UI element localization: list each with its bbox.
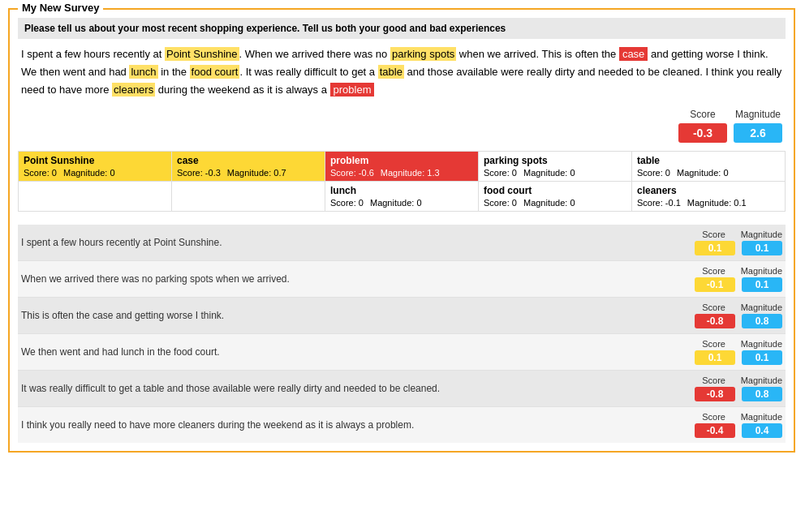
entity-scores: Score: 0 Magnitude: 0 [484,198,626,208]
entity-cell-lunch: lunch Score: 0 Magnitude: 0 [325,182,479,212]
entity-cell-case: case Score: -0.3 Magnitude: 0.7 [172,152,325,182]
score-label: Score [694,230,734,239]
sentence-row: I think you really need to have more cle… [18,407,786,443]
sentence-magnitude: 0.1 [742,350,782,365]
entity-score: Score: 0 [484,168,517,178]
score-label: Score [694,302,734,312]
sentence-score: -0.8 [695,314,735,328]
sentence-score: 0.1 [695,350,735,365]
overall-values: -0.3 2.6 [18,123,786,143]
sentence-magnitude: 0.8 [742,314,782,328]
entity-cell-empty-1 [19,182,172,212]
sentence-text: We then went and had lunch in the food c… [21,346,652,358]
overall-magnitude-label: Magnitude [734,109,782,120]
entity-cell-food-court: food court Score: 0 Magnitude: 0 [479,182,632,212]
overall-score-value: -0.3 [678,123,727,143]
entity-magnitude: Magnitude: 0 [523,168,575,178]
magnitude-label: Magnitude [741,375,782,385]
sentence-score: -0.1 [695,277,735,292]
entity-name: problem [330,155,473,166]
entity-scores: Score: -0.3 Magnitude: 0.7 [177,168,320,178]
sentence-score: -0.4 [695,423,735,438]
entity-score: Score: 0 [484,198,517,208]
sentence-magnitude: 0.1 [742,241,782,255]
entity-cell-parking-spots: parking spots Score: 0 Magnitude: 0 [479,152,632,182]
sentence-row: I spent a few hours recently at Point Su… [18,225,786,261]
entity-magnitude: Magnitude: 0 [677,168,729,178]
score-label: Score [694,412,734,422]
entity-score: Score: -0.1 [637,198,681,208]
score-label: Score [694,375,734,385]
sentence-scores: Score Magnitude -0.8 0.8 [652,375,782,401]
sentence-magnitude: 0.8 [742,387,782,401]
entity-name: parking spots [484,155,626,166]
entity-magnitude: Magnitude: 0 [63,168,115,178]
entity-magnitude: Magnitude: 0.1 [687,198,747,208]
entity-cleaners: cleaners [112,83,155,97]
entity-score: Score: 0 [330,198,364,208]
sentence-row: It was really difficult to get a table a… [18,371,786,407]
entity-grid: Point Sunshine Score: 0 Magnitude: 0 cas… [18,151,786,212]
entity-scores: Score: -0.6 Magnitude: 1.3 [330,168,473,178]
entity-point-sunshine: Point Sunshine [165,47,239,61]
entity-name: cleaners [637,185,780,196]
sentence-magnitude: 0.1 [742,277,782,292]
overall-scores: Score Magnitude [18,109,786,120]
entity-magnitude: Magnitude: 1.3 [381,168,440,178]
sentence-scores: Score Magnitude -0.1 0.1 [652,266,782,292]
sentence-scores: Score Magnitude 0.1 0.1 [652,339,782,365]
magnitude-label: Magnitude [741,339,782,349]
magnitude-label: Magnitude [741,230,782,239]
entity-name: Point Sunshine [24,155,166,166]
survey-question: Please tell us about your most recent sh… [18,18,786,39]
entity-score: Score: 0 [637,168,670,178]
entity-scores: Score: 0 Magnitude: 0 [637,168,780,178]
entity-cell-cleaners: cleaners Score: -0.1 Magnitude: 0.1 [632,182,786,212]
survey-title: My New Survey [18,2,103,14]
entity-name: food court [484,185,626,196]
sentence-row: We then went and had lunch in the food c… [18,334,786,371]
sentence-magnitude: 0.4 [742,423,782,438]
entity-scores: Score: -0.1 Magnitude: 0.1 [637,198,780,208]
entity-score: Score: 0 [24,168,57,178]
sentence-score: -0.8 [695,387,735,401]
sentence-scores: Score Magnitude 0.1 0.1 [652,230,782,255]
entity-name: table [637,155,780,166]
entity-case: case [619,47,648,61]
sentence-score: 0.1 [695,241,735,255]
entity-food-court: food court [190,65,240,79]
sentence-text: When we arrived there was no parking spo… [21,273,652,285]
entity-lunch: lunch [129,65,157,79]
score-label: Score [694,339,734,349]
magnitude-label: Magnitude [741,412,782,422]
entity-score: Score: -0.3 [177,168,221,178]
sentence-text: I spent a few hours recently at Point Su… [21,237,652,248]
entity-problem: problem [330,83,375,97]
entity-scores: Score: 0 Magnitude: 0 [330,198,473,208]
overall-score-label: Score [678,109,727,120]
entity-scores: Score: 0 Magnitude: 0 [484,168,626,178]
entity-name: case [177,155,320,166]
sentence-scores: Score Magnitude -0.8 0.8 [652,302,782,328]
entity-magnitude: Magnitude: 0.7 [227,168,286,178]
survey-container: My New Survey Please tell us about your … [8,8,795,453]
sentence-text: It was really difficult to get a table a… [21,383,652,394]
entity-name: lunch [330,185,473,196]
review-text: I spent a few hours recently at Point Su… [18,45,786,99]
sentence-row: When we arrived there was no parking spo… [18,261,786,298]
entity-magnitude: Magnitude: 0 [370,198,422,208]
entity-cell-empty-2 [172,182,325,212]
sentence-row: This is often the case and getting worse… [18,298,786,334]
entity-cell-problem: problem Score: -0.6 Magnitude: 1.3 [325,152,479,182]
sentence-scores: Score Magnitude -0.4 0.4 [652,412,782,438]
sentence-text: I think you really need to have more cle… [21,419,652,431]
entity-scores: Score: 0 Magnitude: 0 [24,168,166,178]
magnitude-label: Magnitude [741,302,782,312]
entity-parking-spots: parking spots [390,47,456,61]
sentence-text: This is often the case and getting worse… [21,310,652,321]
magnitude-label: Magnitude [741,266,782,276]
sentence-section: I spent a few hours recently at Point Su… [18,225,786,443]
entity-score: Score: -0.6 [330,168,374,178]
entity-cell-table: table Score: 0 Magnitude: 0 [632,152,786,182]
entity-magnitude: Magnitude: 0 [523,198,575,208]
